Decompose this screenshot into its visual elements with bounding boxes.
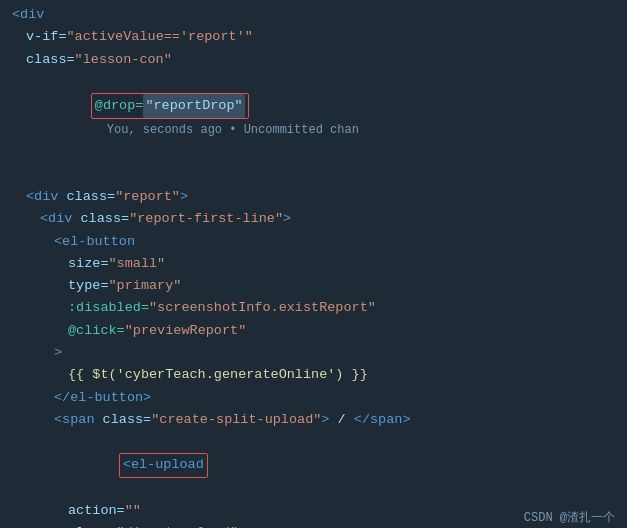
- token-click: @click=: [68, 320, 125, 342]
- token-span-close: </span>: [354, 409, 411, 431]
- code-line-14: {{ $t('cyberTeach.generateOnline') }}: [0, 364, 627, 386]
- code-line-10: type="primary": [0, 275, 627, 297]
- token-attr: v-if=: [26, 26, 67, 48]
- token-action: action=: [68, 500, 125, 522]
- status-bar-text: CSDN @渣扎一个: [524, 511, 615, 525]
- token-slash: /: [329, 409, 353, 431]
- token-highlight: "reportDrop": [143, 94, 244, 118]
- token-tag-div2: <div: [40, 208, 81, 230]
- token-attr-div: class=: [67, 186, 116, 208]
- line17-content: <el-upload: [54, 431, 208, 500]
- code-line-2: v-if="activeValue=='report'": [0, 26, 627, 48]
- token-size: size=: [68, 253, 109, 275]
- token-class-du: class=: [68, 522, 117, 528]
- token-interp: {{ $t('cyberTeach.generateOnline') }}: [68, 364, 368, 386]
- token-val: "activeValue=='report'": [67, 26, 253, 48]
- token-val-span: "create-split-upload": [151, 409, 321, 431]
- drop-box: @drop="reportDrop": [91, 93, 249, 119]
- token-el-upload: <el-upload: [123, 454, 204, 476]
- upload-box: <el-upload: [119, 453, 208, 477]
- token-disabled: :disabled=: [68, 297, 149, 319]
- token-directive: @drop=: [95, 95, 144, 117]
- code-line-3: class="lesson-con": [0, 49, 627, 71]
- status-bar: CSDN @渣扎一个: [512, 507, 627, 528]
- code-line-17: <el-upload: [0, 431, 627, 500]
- token-tag-div: <div: [26, 186, 67, 208]
- token-val-du: "direct-upload": [117, 522, 239, 528]
- token-tag-close: >: [180, 186, 188, 208]
- inline-status-text: You, seconds ago • Uncommitted chan: [107, 123, 359, 137]
- editor-container: <div v-if="activeValue=='report'" class=…: [0, 0, 627, 528]
- code-line-8: <el-button: [0, 231, 627, 253]
- code-line-13: >: [0, 342, 627, 364]
- code-line-1: <div: [0, 4, 627, 26]
- token-val-action: "": [125, 500, 141, 522]
- code-line-7: <div class="report-first-line">: [0, 208, 627, 230]
- token-el-button-close: </el-button>: [54, 387, 151, 409]
- code-line-15: </el-button>: [0, 387, 627, 409]
- token-val-class: "lesson-con": [75, 49, 172, 71]
- token-attr-class: class=: [26, 49, 75, 71]
- code-line-12: @click="previewReport": [0, 320, 627, 342]
- token-span-tag: <span: [54, 409, 103, 431]
- code-line-16: <span class="create-split-upload"> / </s…: [0, 409, 627, 431]
- token-attr-span: class=: [103, 409, 152, 431]
- token-val-type: "primary": [109, 275, 182, 297]
- token-val-div2: "report-first-line": [129, 208, 283, 230]
- token-val-click: "previewReport": [125, 320, 247, 342]
- token-tag-close2: >: [283, 208, 291, 230]
- code-line-9: size="small": [0, 253, 627, 275]
- line4-content: @drop="reportDrop" You, seconds ago • Un…: [26, 71, 359, 164]
- code-area: <div v-if="activeValue=='report'" class=…: [0, 0, 627, 528]
- code-line-4: @drop="reportDrop" You, seconds ago • Un…: [0, 71, 627, 164]
- token-val-disabled: "screenshotInfo.existReport": [149, 297, 376, 319]
- token-el-button: <el-button: [54, 231, 135, 253]
- token-span-gt: >: [321, 409, 329, 431]
- token-val-size: "small": [109, 253, 166, 275]
- token-tag: <div: [12, 4, 44, 26]
- token-type: type=: [68, 275, 109, 297]
- token-attr-div2: class=: [81, 208, 130, 230]
- code-line-6: <div class="report">: [0, 186, 627, 208]
- code-line-5: [0, 164, 627, 186]
- token-val-report: "report": [115, 186, 180, 208]
- token-gt: >: [54, 342, 62, 364]
- code-line-11: :disabled="screenshotInfo.existReport": [0, 297, 627, 319]
